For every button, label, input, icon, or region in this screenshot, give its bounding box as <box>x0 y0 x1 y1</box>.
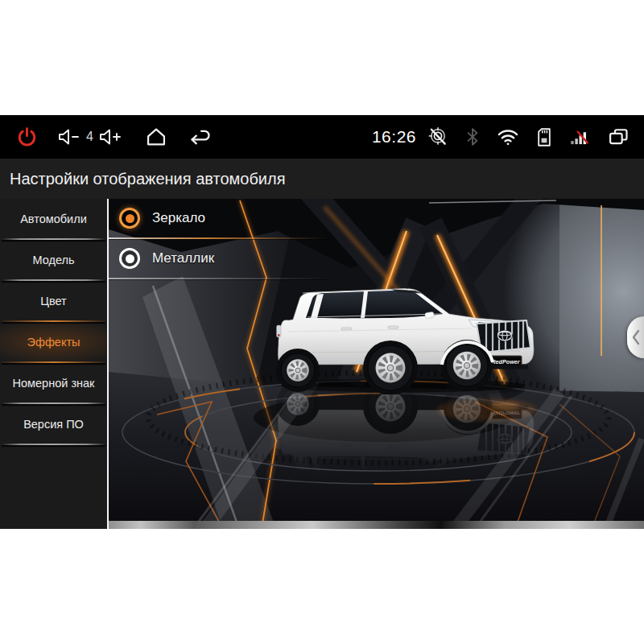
collapse-panel-handle[interactable] <box>627 316 644 358</box>
car-preview-scene: RedPower <box>109 199 644 529</box>
effects-options: Зеркало Металлик <box>109 199 328 279</box>
option-metallic[interactable]: Металлик <box>109 239 328 278</box>
sidebar-item-color[interactable]: Цвет <box>0 281 107 320</box>
bluetooth-icon <box>464 126 481 147</box>
gps-off-icon <box>427 126 448 147</box>
sidebar-item-cars[interactable]: Автомобили <box>0 199 107 238</box>
option-label: Металлик <box>152 250 214 266</box>
volume-level: 4 <box>86 130 93 144</box>
wifi-icon <box>497 127 519 147</box>
sidebar: Автомобили Модель Цвет Эффекты Номерной … <box>0 199 107 529</box>
no-signal-icon <box>569 127 589 147</box>
option-divider <box>109 278 328 279</box>
radio-unselected-icon <box>119 248 140 269</box>
floor-edge-strip <box>109 521 644 529</box>
car-floor-reflection <box>270 380 536 493</box>
volume-up-icon[interactable] <box>98 126 122 147</box>
power-icon[interactable] <box>16 126 38 148</box>
car-3d-model <box>270 282 536 394</box>
option-mirror[interactable]: Зеркало <box>109 199 328 237</box>
sidebar-item-software[interactable]: Версия ПО <box>0 404 107 444</box>
radio-selected-icon <box>119 208 140 229</box>
back-icon[interactable] <box>188 126 213 147</box>
sd-card-icon <box>535 127 553 147</box>
multi-window-icon[interactable] <box>607 126 630 147</box>
status-bar: 4 16:26 <box>0 115 644 159</box>
page-title: Настройки отображения автомобиля <box>10 170 286 188</box>
head-unit-screen: 4 16:26 <box>0 115 644 529</box>
sidebar-item-effects[interactable]: Эффекты <box>0 322 107 361</box>
chevron-left-icon <box>630 321 642 353</box>
sidebar-item-plate[interactable]: Номерной знак <box>0 363 107 402</box>
sidebar-divider <box>2 444 105 445</box>
page-title-bar: Настройки отображения автомобиля <box>0 159 644 199</box>
option-label: Зеркало <box>152 210 205 226</box>
clock: 16:26 <box>372 127 416 147</box>
sidebar-item-model[interactable]: Модель <box>0 240 107 279</box>
volume-down-icon[interactable] <box>57 126 81 147</box>
home-icon[interactable] <box>145 126 167 147</box>
